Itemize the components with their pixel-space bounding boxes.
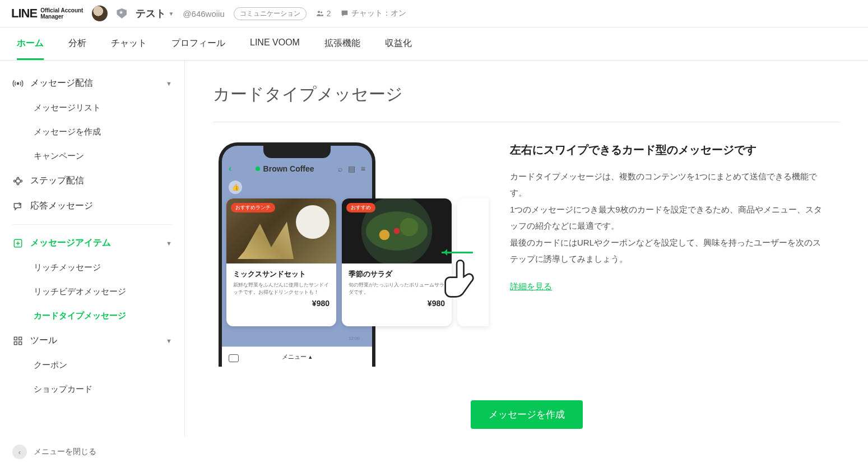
collapse-label: メニューを閉じる bbox=[34, 447, 96, 457]
collapse-icon: ‹ bbox=[12, 445, 27, 459]
status-dot-icon bbox=[256, 167, 260, 171]
svg-point-3 bbox=[14, 180, 16, 182]
chat-icon bbox=[340, 9, 349, 18]
preview-card-1: おすすめランチ ミックスサンドセット 新鮮な野菜をふんだんに使用したサンドイッチ… bbox=[226, 198, 336, 326]
card-tag: おすすめランチ bbox=[231, 203, 275, 212]
keyboard-icon bbox=[229, 354, 239, 362]
card-image: おすすめランチ bbox=[226, 198, 336, 263]
sidebar-label: 応答メッセージ bbox=[30, 200, 93, 212]
sidebar-label: ツール bbox=[30, 335, 57, 346]
caret-down-icon: ▼ bbox=[168, 11, 174, 17]
sidebar-item-rich-message[interactable]: リッチメッセージ bbox=[0, 256, 184, 280]
main-tabs: ホーム 分析 チャット プロフィール LINE VOOM 拡張機能 収益化 bbox=[0, 27, 868, 61]
account-selector[interactable]: テスト ▼ bbox=[136, 7, 174, 20]
desc-paragraph-1: カードタイプメッセージは、複数のコンテンツを1つにまとめて送信できる機能です。 bbox=[510, 169, 824, 201]
arrow-left-icon bbox=[442, 252, 473, 253]
search-icon: ⌕ bbox=[338, 164, 342, 173]
sidebar-item-message-list[interactable]: メッセージリスト bbox=[0, 96, 184, 120]
svg-rect-8 bbox=[14, 337, 17, 340]
sidebar-item-message-create[interactable]: メッセージを作成 bbox=[0, 120, 184, 144]
logo-sub-line1: Official Account bbox=[40, 7, 83, 13]
plan-tag: コミュニケーション bbox=[234, 7, 307, 20]
people-icon bbox=[315, 9, 324, 18]
tab-home[interactable]: ホーム bbox=[17, 27, 44, 60]
phone-notch bbox=[263, 146, 331, 158]
chevron-down-icon: ▼ bbox=[166, 337, 172, 344]
account-id: @646woiiu bbox=[183, 9, 224, 19]
followers-number: 2 bbox=[327, 9, 331, 18]
note-icon: ▤ bbox=[348, 164, 355, 173]
preview-card-2: おすすめ 季節のサラダ 旬の野菜がたっぷり入ったボリュームサラダです。 ¥980 bbox=[342, 198, 452, 326]
card-price: ¥980 bbox=[349, 299, 445, 308]
account-name-text: テスト bbox=[136, 7, 166, 20]
phone-chat-name: Brown Coffee bbox=[256, 164, 314, 173]
sidebar-item-autoreply[interactable]: 応答メッセージ bbox=[0, 193, 184, 219]
sidebar-section-tools[interactable]: ツール ▼ bbox=[0, 328, 184, 353]
add-item-icon bbox=[12, 238, 24, 249]
sidebar-item-campaign[interactable]: キャンペーン bbox=[0, 144, 184, 168]
chat-status-text: チャット：オン bbox=[351, 8, 406, 19]
chevron-down-icon: ▼ bbox=[166, 80, 172, 87]
tab-linevoom[interactable]: LINE VOOM bbox=[250, 27, 300, 60]
sidebar-item-rich-video[interactable]: リッチビデオメッセージ bbox=[0, 280, 184, 304]
card-title: ミックスサンドセット bbox=[233, 269, 329, 279]
desc-paragraph-3: 最後のカードにはURLやクーポンなどを設定して、興味を持ったユーザーを次のステッ… bbox=[510, 235, 824, 267]
card-desc: 新鮮な野菜をふんだんに使用したサンドイッチです。お得なドリンクセットも！ bbox=[233, 281, 329, 295]
thumbs-icon: 👍 bbox=[229, 181, 242, 194]
description-column: 左右にスワイプできるカード型のメッセージです カードタイプメッセージは、複数のコ… bbox=[510, 142, 824, 292]
svg-point-0 bbox=[318, 11, 320, 13]
sidebar-item-coupon[interactable]: クーポン bbox=[0, 353, 184, 377]
page-title: カードタイプメッセージ bbox=[213, 83, 840, 106]
sidebar-item-shop-card[interactable]: ショップカード bbox=[0, 377, 184, 401]
card-desc: 旬の野菜がたっぷり入ったボリュームサラダです。 bbox=[349, 281, 445, 295]
tab-monetize[interactable]: 収益化 bbox=[385, 27, 412, 60]
sidebar-item-step[interactable]: ステップ配信 bbox=[0, 168, 184, 193]
avatar[interactable] bbox=[92, 6, 108, 21]
create-message-button[interactable]: メッセージを作成 bbox=[471, 400, 583, 429]
svg-rect-10 bbox=[14, 341, 17, 344]
main-content: カードタイプメッセージ ‹ Brown Coffee ⌕ ▤ bbox=[185, 61, 868, 461]
tab-profile[interactable]: プロフィール bbox=[171, 27, 225, 60]
logo-subtitle: Official Account Manager bbox=[40, 7, 83, 20]
sidebar-item-card-type[interactable]: カードタイプメッセージ bbox=[0, 304, 184, 328]
sidebar-section-message[interactable]: メッセージ配信 ▼ bbox=[0, 71, 184, 96]
details-link[interactable]: 詳細を見る bbox=[510, 281, 552, 292]
chat-status[interactable]: チャット：オン bbox=[340, 8, 406, 19]
sidebar-collapse[interactable]: ‹ メニューを閉じる bbox=[0, 437, 185, 461]
menu-icon: ≡ bbox=[361, 164, 365, 173]
followers-count[interactable]: 2 bbox=[315, 9, 331, 18]
chat-name-text: Brown Coffee bbox=[263, 164, 314, 173]
card-image: おすすめ bbox=[342, 198, 452, 263]
reply-icon bbox=[12, 201, 24, 212]
step-icon bbox=[12, 175, 24, 187]
svg-point-2 bbox=[17, 82, 18, 84]
hand-icon bbox=[442, 258, 482, 303]
swipe-indicator bbox=[442, 252, 482, 305]
card-tag: おすすめ bbox=[346, 203, 375, 212]
desc-paragraph-2: 1つのメッセージにつき最大9枚のカードを設定できるため、商品やメニュー、スタッフ… bbox=[510, 202, 824, 234]
card-price: ¥980 bbox=[233, 299, 329, 308]
phone-preview: ‹ Brown Coffee ⌕ ▤ ≡ 👍 12:00 bbox=[213, 142, 482, 367]
back-icon: ‹ bbox=[229, 164, 231, 174]
tab-chat[interactable]: チャット bbox=[111, 27, 147, 60]
shield-icon bbox=[117, 8, 127, 19]
tab-analytics[interactable]: 分析 bbox=[68, 27, 86, 60]
chevron-down-icon: ▼ bbox=[166, 240, 172, 247]
sidebar-section-items[interactable]: メッセージアイテム ▼ bbox=[0, 230, 184, 256]
divider bbox=[213, 122, 840, 122]
divider bbox=[12, 224, 172, 225]
header-bar: LINE Official Account Manager テスト ▼ @646… bbox=[0, 0, 868, 27]
sidebar-label: メッセージ配信 bbox=[30, 77, 93, 89]
sidebar: メッセージ配信 ▼ メッセージリスト メッセージを作成 キャンペーン ステップ配… bbox=[0, 61, 185, 461]
tab-extensions[interactable]: 拡張機能 bbox=[324, 27, 360, 60]
logo[interactable]: LINE Official Account Manager bbox=[11, 6, 83, 21]
logo-sub-line2: Manager bbox=[40, 13, 63, 20]
tools-icon bbox=[12, 335, 24, 346]
card-title: 季節のサラダ bbox=[349, 269, 445, 279]
svg-point-1 bbox=[321, 11, 322, 13]
broadcast-icon bbox=[12, 78, 24, 89]
desc-heading: 左右にスワイプできるカード型のメッセージです bbox=[510, 142, 824, 158]
message-time: 12:00 bbox=[349, 336, 360, 341]
logo-text: LINE bbox=[11, 6, 37, 21]
phone-menu-label: メニュー ▴ bbox=[282, 353, 312, 361]
